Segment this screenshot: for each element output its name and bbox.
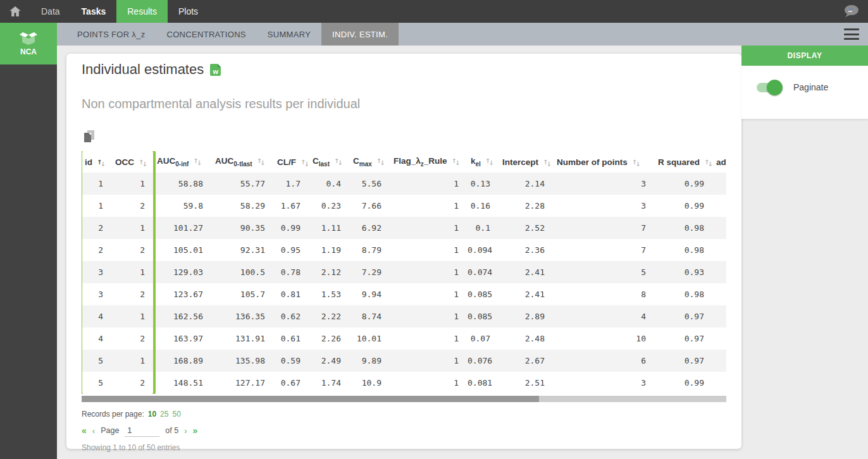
sort-arrows-icon[interactable]: ↑↓ <box>485 158 492 165</box>
next-page-button[interactable]: › <box>184 426 187 436</box>
first-page-button[interactable]: « <box>82 425 87 436</box>
nav-spacer <box>209 0 843 23</box>
cell: 1.53 <box>309 283 350 305</box>
cell: 2.36 <box>499 239 554 261</box>
cell: 0.085 <box>468 283 499 305</box>
entries-summary: Showing 1 to 10 of 50 entries <box>82 443 726 452</box>
paginate-toggle[interactable] <box>757 83 779 92</box>
cell: 1.11 <box>309 217 350 239</box>
tab-concentrations[interactable]: CONCENTRATIONS <box>156 23 257 46</box>
sort-arrows-icon[interactable]: ↑↓ <box>334 158 341 165</box>
cell: 7 <box>554 217 655 239</box>
cell: 0.97 <box>655 305 713 327</box>
records-option-50[interactable]: 50 <box>172 410 180 419</box>
cell: 5 <box>82 372 112 394</box>
horizontal-scrollbar-track[interactable] <box>82 396 726 402</box>
cell: 2 <box>112 239 154 261</box>
table-row: 21101.2790.350.991.116.9210.12.5270.98 <box>82 217 726 239</box>
box-icon <box>19 31 38 45</box>
sort-arrows-icon[interactable]: ↑↓ <box>97 159 104 166</box>
cell: 4 <box>82 327 112 350</box>
cell: 1 <box>82 195 112 217</box>
column-header-cl-f[interactable]: CL/F↑↓ <box>274 151 309 173</box>
sort-arrows-icon[interactable]: ↑↓ <box>452 158 459 165</box>
copy-table-icon[interactable] <box>84 130 94 142</box>
sort-arrows-icon[interactable]: ↑↓ <box>193 158 200 165</box>
results-table: id↑↓OCC↑↓AUC0-inf↑↓AUC0-tlast↑↓CL/F↑↓Cla… <box>82 151 726 394</box>
table-row: 42163.97131.910.612.2610.0110.072.48100.… <box>82 327 726 350</box>
table-row: 1259.858.291.670.237.6610.162.2830.99 <box>82 195 726 217</box>
table-row: 1158.8855.771.70.45.5610.132.1430.99 <box>82 173 726 195</box>
home-button[interactable] <box>0 0 30 23</box>
cell: 59.8 <box>154 195 212 217</box>
cell: 1 <box>390 173 468 195</box>
prev-page-button[interactable]: ‹ <box>92 426 95 436</box>
cell: 0.97 <box>655 327 713 350</box>
sort-arrows-icon[interactable]: ↑↓ <box>376 158 383 165</box>
column-header-r-squared[interactable]: R squared↑↓ <box>655 151 713 173</box>
cell: 1 <box>390 261 468 283</box>
tab-summary[interactable]: SUMMARY <box>257 23 321 46</box>
cell: 10.9 <box>350 372 390 394</box>
cell: 2 <box>82 239 112 261</box>
cell: 7 <box>554 239 655 261</box>
column-header-auc0-tlast[interactable]: AUC0-tlast↑↓ <box>212 151 274 173</box>
nav-item-tasks[interactable]: Tasks <box>71 0 117 23</box>
records-option-10[interactable]: 10 <box>148 410 156 419</box>
sort-arrows-icon[interactable]: ↑↓ <box>543 159 550 166</box>
cell: 2 <box>112 195 154 217</box>
sort-arrows-icon[interactable]: ↑↓ <box>257 158 264 165</box>
cell: 0.1 <box>468 217 499 239</box>
cell: 1 <box>390 327 468 350</box>
page-number-input[interactable] <box>125 424 159 437</box>
sort-arrows-icon[interactable]: ↑↓ <box>139 159 146 166</box>
column-header-ad[interactable]: ad <box>713 151 726 173</box>
word-export-icon[interactable]: w <box>210 64 221 76</box>
nav-item-data[interactable]: Data <box>30 0 71 23</box>
column-header-number-of-points[interactable]: Number of points↑↓ <box>554 151 655 173</box>
cell: 2.41 <box>499 283 554 305</box>
nav-item-results[interactable]: Results <box>116 0 168 23</box>
cell: 0.67 <box>274 372 309 394</box>
tab-indiv-estim[interactable]: INDIV. ESTIM. <box>321 23 399 46</box>
cell: 136.35 <box>212 305 274 327</box>
column-header-intercept[interactable]: Intercept↑↓ <box>499 151 554 173</box>
cell: 6.92 <box>350 217 390 239</box>
column-header-kel[interactable]: kel↑↓ <box>468 151 499 173</box>
cell: 0.78 <box>274 261 309 283</box>
cell: 105.01 <box>154 239 212 261</box>
column-header-occ[interactable]: OCC↑↓ <box>112 151 154 173</box>
tab-points-for-lambda-z[interactable]: POINTS FOR λ_z <box>66 23 156 46</box>
cell: 0.98 <box>655 239 713 261</box>
sort-arrows-icon[interactable]: ↑↓ <box>301 159 307 166</box>
page-label: Page <box>101 426 119 435</box>
sort-arrows-icon[interactable]: ↑↓ <box>632 159 639 166</box>
cell: 2.89 <box>499 305 554 327</box>
cell: 3 <box>554 372 655 394</box>
last-page-button[interactable]: » <box>193 425 198 436</box>
cell: 2.28 <box>499 195 554 217</box>
records-option-25[interactable]: 25 <box>160 410 168 419</box>
nav-item-plots[interactable]: Plots <box>168 0 209 23</box>
cell: 10 <box>554 327 655 350</box>
page-title: Individual estimates <box>82 61 204 78</box>
cell: 1 <box>390 350 468 372</box>
display-panel-header[interactable]: DISPLAY <box>741 46 868 66</box>
feedback-button[interactable] <box>843 0 859 23</box>
cell: 58.29 <box>212 195 274 217</box>
cell: 1 <box>112 305 154 327</box>
page-count-label: of 5 <box>165 426 178 435</box>
column-header-clast[interactable]: Clast↑↓ <box>309 151 350 173</box>
column-header-flag-z-rule[interactable]: Flag_λz_Rule↑↓ <box>390 151 468 173</box>
menu-hamburger-icon[interactable] <box>844 28 859 40</box>
column-header-cmax[interactable]: Cmax↑↓ <box>350 151 390 173</box>
cell: 148.51 <box>154 372 212 394</box>
chat-bubble-icon <box>843 4 859 18</box>
sort-arrows-icon[interactable]: ↑↓ <box>704 159 711 166</box>
column-header-id[interactable]: id↑↓ <box>82 151 112 173</box>
sidebar-item-nca[interactable]: NCA <box>0 23 57 64</box>
cell: 1 <box>112 173 154 195</box>
column-header-auc0-inf[interactable]: AUC0-inf↑↓ <box>154 151 212 173</box>
horizontal-scrollbar-thumb[interactable] <box>82 396 539 402</box>
cell: 0.4 <box>309 173 350 195</box>
